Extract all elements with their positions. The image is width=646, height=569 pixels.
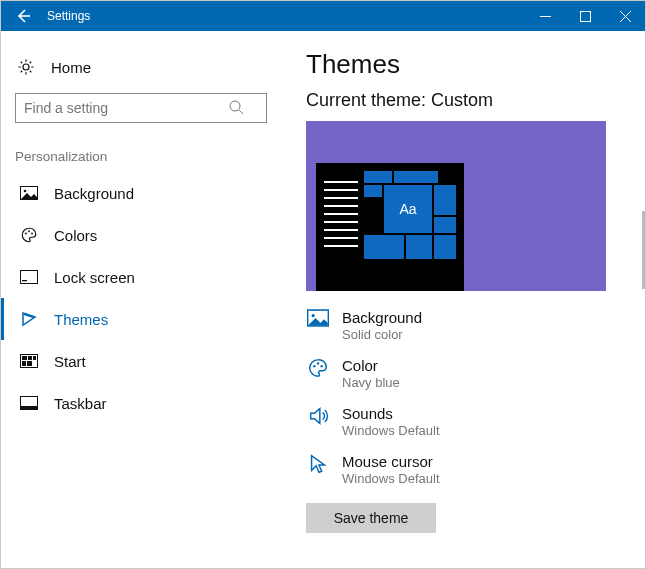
themes-icon xyxy=(18,311,40,327)
minimize-icon xyxy=(540,11,551,22)
search-box xyxy=(15,93,268,123)
sidebar-item-start[interactable]: Start xyxy=(1,340,282,382)
sidebar-item-label: Background xyxy=(54,185,134,202)
cursor-icon xyxy=(306,453,330,477)
sidebar-item-colors[interactable]: Colors xyxy=(1,214,282,256)
svg-point-3 xyxy=(24,190,27,193)
preview-menu-lines xyxy=(324,181,358,247)
close-button[interactable] xyxy=(605,1,645,31)
home-button[interactable]: Home xyxy=(1,45,282,89)
option-color[interactable]: Color Navy blue xyxy=(306,353,617,401)
svg-rect-11 xyxy=(28,356,32,360)
taskbar-icon xyxy=(18,396,40,410)
content-area: Themes Current theme: Custom Aa xyxy=(296,31,645,568)
search-input[interactable] xyxy=(15,93,267,123)
preview-tile-aa: Aa xyxy=(384,185,432,233)
svg-point-18 xyxy=(312,314,315,317)
window-title: Settings xyxy=(45,9,90,23)
maximize-icon xyxy=(580,11,591,22)
option-subtitle: Solid color xyxy=(342,327,422,343)
svg-point-4 xyxy=(25,233,27,235)
sidebar-item-background[interactable]: Background xyxy=(1,172,282,214)
gear-icon xyxy=(15,58,37,76)
palette-icon xyxy=(306,357,330,381)
svg-point-19 xyxy=(313,365,315,367)
option-mouse-cursor[interactable]: Mouse cursor Windows Default xyxy=(306,449,617,497)
option-sounds[interactable]: Sounds Windows Default xyxy=(306,401,617,449)
save-theme-button[interactable]: Save theme xyxy=(306,503,436,533)
sidebar-item-label: Lock screen xyxy=(54,269,135,286)
sidebar-item-themes[interactable]: Themes xyxy=(1,298,282,340)
option-title: Mouse cursor xyxy=(342,453,440,471)
option-background[interactable]: Background Solid color xyxy=(306,305,617,353)
sidebar-item-label: Taskbar xyxy=(54,395,107,412)
scrollbar-thumb[interactable] xyxy=(642,211,645,289)
sidebar-item-lockscreen[interactable]: Lock screen xyxy=(1,256,282,298)
start-icon xyxy=(18,354,40,368)
picture-icon xyxy=(18,186,40,200)
sidebar-item-taskbar[interactable]: Taskbar xyxy=(1,382,282,424)
option-subtitle: Windows Default xyxy=(342,471,440,487)
sound-icon xyxy=(306,405,330,429)
option-title: Color xyxy=(342,357,400,375)
svg-rect-8 xyxy=(22,280,27,281)
titlebar: Settings xyxy=(1,1,645,31)
section-header: Personalization xyxy=(1,133,282,172)
palette-icon xyxy=(18,226,40,244)
option-subtitle: Windows Default xyxy=(342,423,440,439)
svg-point-20 xyxy=(317,362,319,364)
svg-point-5 xyxy=(28,230,30,232)
svg-rect-12 xyxy=(33,356,36,360)
preview-tiles: Aa xyxy=(364,171,458,283)
svg-rect-0 xyxy=(580,11,590,21)
current-theme-label: Current theme: Custom xyxy=(306,90,617,111)
close-icon xyxy=(620,11,631,22)
home-label: Home xyxy=(51,59,91,76)
preview-start-panel: Aa xyxy=(316,163,464,291)
sidebar-item-label: Colors xyxy=(54,227,97,244)
lockscreen-icon xyxy=(18,270,40,284)
picture-icon xyxy=(306,309,330,333)
back-arrow-icon xyxy=(15,8,31,24)
svg-rect-14 xyxy=(27,361,32,366)
sidebar-item-label: Themes xyxy=(54,311,108,328)
sidebar-item-label: Start xyxy=(54,353,86,370)
option-subtitle: Navy blue xyxy=(342,375,400,391)
svg-point-21 xyxy=(320,365,322,367)
svg-rect-10 xyxy=(22,356,27,360)
svg-rect-16 xyxy=(21,406,37,409)
page-title: Themes xyxy=(306,49,617,80)
option-title: Sounds xyxy=(342,405,440,423)
svg-rect-13 xyxy=(22,361,26,366)
sidebar: Home Personalization Background xyxy=(1,31,296,568)
option-title: Background xyxy=(342,309,422,327)
svg-point-6 xyxy=(31,233,33,235)
minimize-button[interactable] xyxy=(525,1,565,31)
theme-preview[interactable]: Aa xyxy=(306,121,606,291)
maximize-button[interactable] xyxy=(565,1,605,31)
settings-window: Settings Home xyxy=(0,0,646,569)
back-button[interactable] xyxy=(1,1,45,31)
svg-rect-7 xyxy=(21,271,38,284)
